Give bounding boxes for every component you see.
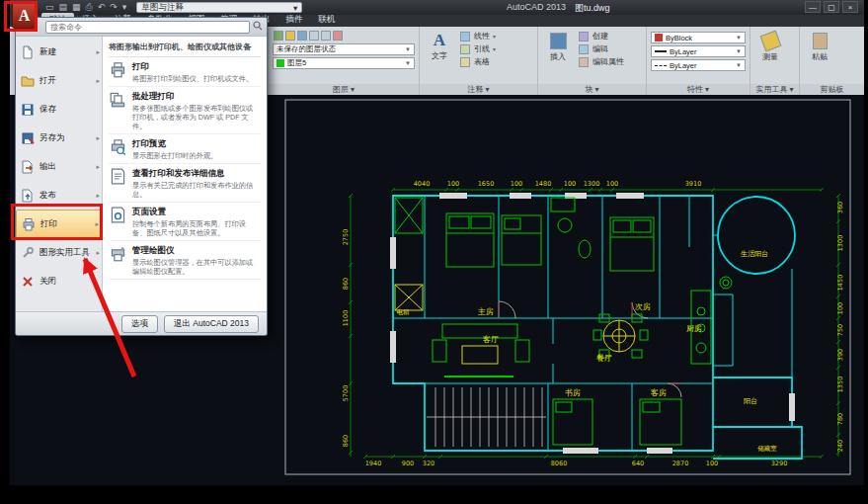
app-menu-item-utilities[interactable]: 图形实用工具▸ [16,238,102,267]
layer-match-icon[interactable] [321,31,331,41]
app-menu-search-row [16,18,267,37]
print-panel-entry-plotters[interactable]: 管理绘图仪显示绘图仪管理器，在其中可以添加或编辑绘图仪配置。 [109,241,261,280]
text-tool-button[interactable]: A 文字 [424,30,455,68]
table-icon [460,57,470,67]
svg-text:1350: 1350 [836,377,844,393]
measure-button[interactable]: 测量 [754,30,786,62]
panel-label-properties[interactable]: 特性 ▾ [647,84,750,95]
panel-label-annotate[interactable]: 注释 ▾ [420,84,537,95]
edit-attributes-button[interactable]: 编辑属性 [578,55,624,68]
ribbon-tab-7[interactable]: 插件 [278,13,311,27]
open-folder-icon[interactable]: ▤ [59,2,68,13]
svg-text:客房: 客房 [651,388,667,397]
svg-text:客厅: 客厅 [483,335,499,344]
layer-off-icon[interactable] [333,31,343,41]
export-icon [21,160,35,174]
print-panel-entry-print[interactable]: 打印将图形打印到绘图仪、打印机或文件。 [109,57,261,87]
app-menu-item-open-folder[interactable]: 打开▸ [16,66,102,95]
paste-label: 粘贴 [812,51,828,62]
edit-block-button[interactable]: 编辑 [578,42,624,55]
table-button[interactable]: 表格 [459,55,496,68]
svg-text:360: 360 [836,202,844,213]
svg-text:2870: 2870 [672,460,689,467]
undo-icon[interactable]: ↶ [98,2,106,13]
workspace-dropdown[interactable]: 草图与注释 ▾ [136,2,302,13]
close-button[interactable]: × [842,1,858,13]
linetype-dropdown[interactable]: ByLayer ▼ [651,59,746,71]
exit-button[interactable]: 退出 AutoCAD 2013 [164,315,259,333]
layer-lock-icon[interactable] [297,31,307,41]
svg-text:储藏室: 储藏室 [757,445,777,453]
svg-text:100: 100 [606,180,618,188]
flyout-arrow-icon: ▸ [96,192,100,200]
svg-text:100: 100 [564,180,576,188]
layer-props-icon[interactable] [309,31,319,41]
edit-attributes-icon [579,57,589,67]
print-icon[interactable]: ⎙ [86,2,93,13]
object-color-dropdown[interactable]: ByBlock ▼ [651,32,746,43]
flyout-arrow-icon: ▸ [96,48,100,56]
minimize-button[interactable]: — [805,1,821,13]
svg-text:1450: 1450 [836,275,844,292]
flyout-arrow-icon: ▸ [96,249,100,257]
linear-dim-button[interactable]: 线性▾ [459,30,496,42]
dropdown-icon[interactable]: ▾ [122,2,127,13]
chevron-down-icon: ▼ [736,48,742,54]
app-menu-item-save-as[interactable]: 另存为▸ [16,124,102,152]
print-panel-entry-details[interactable]: 查看打印和发布详细信息显示有关已完成的打印和发布作业的信息。 [109,164,261,203]
insert-block-button[interactable]: 插入 [542,30,574,68]
stairs [427,301,681,447]
layer-state-value: 未保存的图层状态 [276,44,336,54]
redo-icon[interactable]: ↷ [110,2,118,13]
svg-text:1650: 1650 [478,180,495,188]
current-layer-dropdown[interactable]: 图层5 ▼ [273,57,415,69]
app-menu-item-label: 保存 [39,105,93,114]
app-menu-item-label: 关闭 [39,277,93,286]
furniture [395,198,732,445]
save-icon[interactable]: ▦ [72,2,81,13]
measure-label: 测量 [762,51,778,62]
insert-label: 插入 [550,51,566,62]
panel-label-clipboard[interactable]: 剪贴板 [800,84,864,95]
panel-label-block[interactable]: 块 ▾ [538,84,646,95]
viewport-frame [285,100,850,474]
app-menu-item-close[interactable]: 关闭 [16,267,102,295]
print-panel-entry-page-setup[interactable]: 页面设置控制每个新布局的页面布局、打印设备、图纸尺寸以及其他设置。 [109,203,261,241]
insert-block-icon [550,33,567,49]
new-file-icon[interactable]: ▭ [45,2,54,13]
layer-color-swatch [276,59,284,67]
maximize-button[interactable]: ▢ [824,1,839,13]
panel-label-utilities[interactable]: 实用工具 ▾ [750,84,799,95]
svg-text:3910: 3910 [685,180,702,188]
chevron-down-icon: ▾ [293,3,297,13]
panel-label-layers[interactable]: 图层 ▾ [269,84,419,95]
svg-text:3290: 3290 [771,460,788,467]
create-block-button[interactable]: 创建 [578,30,624,42]
print-panel-entry-batch-print[interactable]: 批处理打印将多张图纸或多个图形发布到绘图仪或打印机，或者发布为 DWF 或 PD… [109,87,261,134]
measure-ruler-icon [759,31,781,52]
chevron-down-icon: ▼ [736,62,742,68]
options-button[interactable]: 选项 [121,315,158,333]
svg-text:阳台: 阳台 [744,397,757,405]
search-input[interactable] [45,21,250,34]
svg-text:厨房: 厨房 [686,324,702,333]
app-menu-footer: 选项 退出 AutoCAD 2013 [16,311,267,335]
app-menu-item-export[interactable]: 输出▸ [16,152,102,181]
layer-on-icon[interactable] [274,31,283,41]
print-panel-entry-preview[interactable]: 打印预览显示图形在打印时的外观。 [109,134,261,164]
app-menu-item-save[interactable]: 保存 [16,95,102,124]
lineweight-dropdown[interactable]: ByLayer ▼ [651,45,746,57]
paste-button[interactable]: 粘贴 [804,30,835,62]
ribbon-tab-8[interactable]: 联机 [311,13,344,27]
entry-title: 批处理打印 [132,91,260,103]
chevron-down-icon: ▼ [736,35,742,41]
leader-button[interactable]: 引线▾ [459,42,496,55]
svg-text:1300: 1300 [836,235,844,252]
leader-icon [460,44,470,54]
layer-freeze-icon[interactable] [285,31,295,41]
layer-tools [273,30,415,42]
layer-state-dropdown[interactable]: 未保存的图层状态 ▼ [273,43,415,55]
print-icon [110,61,126,78]
text-icon: A [434,32,445,49]
app-menu-item-new-file[interactable]: 新建▸ [16,38,102,66]
